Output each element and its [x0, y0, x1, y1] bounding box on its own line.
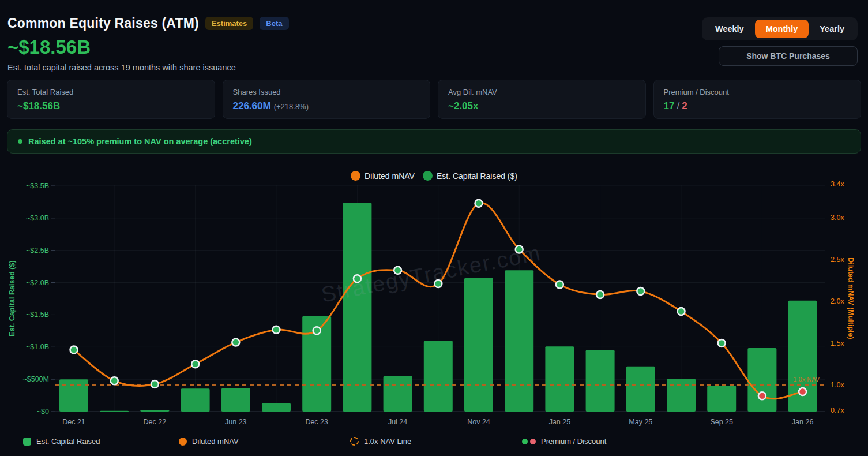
mnav-data-point[interactable] — [354, 275, 361, 282]
mnav-data-point[interactable] — [151, 380, 159, 388]
capital-raised-bar[interactable] — [384, 376, 412, 412]
svg-text:2.5x: 2.5x — [831, 256, 844, 264]
svg-text:May 25: May 25 — [629, 418, 652, 426]
stat-card-avg-dil-mnav: Avg Dil. mNAV ~2.05x — [438, 80, 646, 119]
mnav-data-point[interactable] — [596, 291, 604, 298]
mnav-data-point[interactable] — [273, 326, 280, 334]
svg-text:1.5x: 1.5x — [831, 339, 844, 347]
mnav-data-point[interactable] — [475, 200, 483, 207]
mnav-data-point[interactable] — [70, 346, 78, 354]
svg-text:~$500M: ~$500M — [22, 375, 49, 383]
mnav-data-point[interactable] — [191, 360, 199, 368]
left-axis-title: Est. Capital Raised ($) — [8, 260, 16, 336]
mnav-data-point[interactable] — [678, 308, 685, 315]
shares-issued-value: 226.60M — [233, 100, 271, 111]
legend-item-premium-discount[interactable]: Premium / Discount — [522, 437, 606, 446]
bullet-dot-icon — [18, 139, 22, 144]
capital-raised-bar[interactable] — [59, 379, 88, 412]
svg-text:0.7x: 0.7x — [831, 406, 844, 414]
legend-label: Diluted mNAV — [192, 437, 239, 446]
svg-text:Jun 23: Jun 23 — [225, 418, 247, 426]
capital-raised-bar[interactable] — [343, 203, 371, 412]
stats-row: Est. Total Raised ~$18.56B Shares Issued… — [7, 80, 861, 119]
capital-raised-bar[interactable] — [505, 270, 533, 412]
dashed-circle-icon — [350, 437, 359, 446]
legend-item-nav-line[interactable]: 1.0x NAV Line — [350, 437, 522, 446]
mnav-data-point[interactable] — [434, 280, 442, 287]
mnav-data-point[interactable] — [313, 327, 321, 334]
stat-value: 17/2 — [664, 100, 851, 112]
svg-text:Jul 24: Jul 24 — [388, 418, 407, 426]
svg-text:1.0x: 1.0x — [831, 381, 844, 389]
premium-discount-dots-icon — [522, 439, 536, 444]
total-raised-headline: ~$18.56B — [7, 36, 289, 58]
mnav-data-point[interactable] — [637, 287, 644, 295]
svg-text:~$0: ~$0 — [37, 408, 49, 416]
dashboard: Common Equity Raises (ATM) Estimates Bet… — [0, 0, 868, 456]
green-square-icon — [23, 438, 31, 446]
stat-value: ~2.05x — [448, 100, 636, 112]
separator: / — [677, 100, 679, 111]
capital-raised-bar[interactable] — [747, 348, 776, 412]
svg-text:Jan 26: Jan 26 — [792, 418, 814, 426]
svg-text:3.0x: 3.0x — [831, 214, 844, 222]
show-btc-purchases-button[interactable]: Show BTC Purchases — [719, 46, 858, 66]
capital-raised-bar[interactable] — [181, 388, 210, 412]
beta-badge: Beta — [260, 17, 288, 30]
accretive-banner: Raised at ~105% premium to NAV on averag… — [7, 129, 861, 154]
capital-raised-bar[interactable] — [626, 367, 655, 412]
stat-label: Shares Issued — [233, 88, 420, 96]
accretive-banner-text: Raised at ~105% premium to NAV on averag… — [28, 137, 252, 146]
legend-label: Premium / Discount — [541, 437, 606, 446]
nav-reference-label: 1.0x NAV — [793, 376, 820, 383]
mnav-data-point[interactable] — [718, 339, 726, 347]
svg-text:Dec 23: Dec 23 — [305, 418, 328, 426]
capital-raised-bar[interactable] — [545, 346, 574, 412]
svg-text:Sep 25: Sep 25 — [710, 418, 733, 426]
capital-raised-bar[interactable] — [586, 350, 615, 412]
mnav-data-point[interactable] — [394, 267, 401, 274]
legend-item-diluted-mnav[interactable]: Diluted mNAV — [179, 437, 350, 446]
svg-text:~$3.0B: ~$3.0B — [26, 214, 49, 222]
svg-text:~$2.5B: ~$2.5B — [26, 246, 49, 255]
mnav-data-point[interactable] — [111, 377, 118, 384]
mnav-data-point[interactable] — [799, 388, 806, 395]
chart-bottom-legend: Est. Capital Raised Diluted mNAV 1.0x NA… — [23, 437, 606, 446]
legend-item-est-capital-raised[interactable]: Est. Capital Raised — [23, 437, 179, 446]
stat-label: Premium / Discount — [664, 88, 851, 96]
stat-card-shares-issued: Shares Issued 226.60M(+218.8%) — [223, 80, 431, 119]
shares-issued-change: (+218.8%) — [274, 102, 309, 111]
subtitle: Est. total capital raised across 19 mont… — [7, 63, 289, 72]
svg-text:3.4x: 3.4x — [831, 180, 844, 188]
capital-raised-bar[interactable] — [424, 341, 453, 412]
stat-value: 226.60M(+218.8%) — [233, 100, 420, 112]
right-axis-title: Diluted mNAV (Multiple) — [847, 257, 855, 339]
tab-weekly[interactable]: Weekly — [704, 20, 755, 38]
mnav-data-point[interactable] — [516, 246, 523, 253]
capital-raised-bar[interactable] — [464, 278, 493, 412]
stat-card-premium-discount: Premium / Discount 17/2 — [653, 80, 862, 119]
svg-text:Jan 25: Jan 25 — [549, 418, 571, 426]
legend-label: Est. Capital Raised — [36, 437, 100, 446]
range-toggle: Weekly Monthly Yearly — [702, 17, 858, 40]
tab-yearly[interactable]: Yearly — [809, 20, 855, 38]
header: Common Equity Raises (ATM) Estimates Bet… — [7, 16, 289, 72]
mnav-data-point[interactable] — [232, 339, 239, 346]
page-title: Common Equity Raises (ATM) — [7, 16, 199, 31]
capital-raised-bar[interactable] — [667, 379, 696, 412]
svg-text:~$3.5B: ~$3.5B — [26, 182, 49, 190]
svg-text:~$2.0B: ~$2.0B — [26, 279, 49, 287]
mnav-data-point[interactable] — [758, 392, 766, 399]
capital-raises-chart[interactable]: ~$3.5B~$3.0B~$2.5B~$2.0B~$1.5B~$1.0B~$50… — [0, 162, 868, 436]
svg-text:~$1.5B: ~$1.5B — [26, 311, 49, 319]
stat-label: Avg Dil. mNAV — [448, 88, 636, 96]
mnav-data-point[interactable] — [556, 281, 563, 289]
capital-raised-bar[interactable] — [100, 411, 129, 412]
capital-raised-bar[interactable] — [262, 403, 291, 412]
capital-raised-bar[interactable] — [221, 388, 250, 412]
tab-monthly[interactable]: Monthly — [755, 20, 809, 38]
capital-raised-bar[interactable] — [707, 386, 736, 412]
svg-text:~$1.0B: ~$1.0B — [26, 343, 49, 351]
svg-text:Dec 21: Dec 21 — [62, 418, 85, 426]
capital-raised-bar[interactable] — [140, 410, 169, 412]
